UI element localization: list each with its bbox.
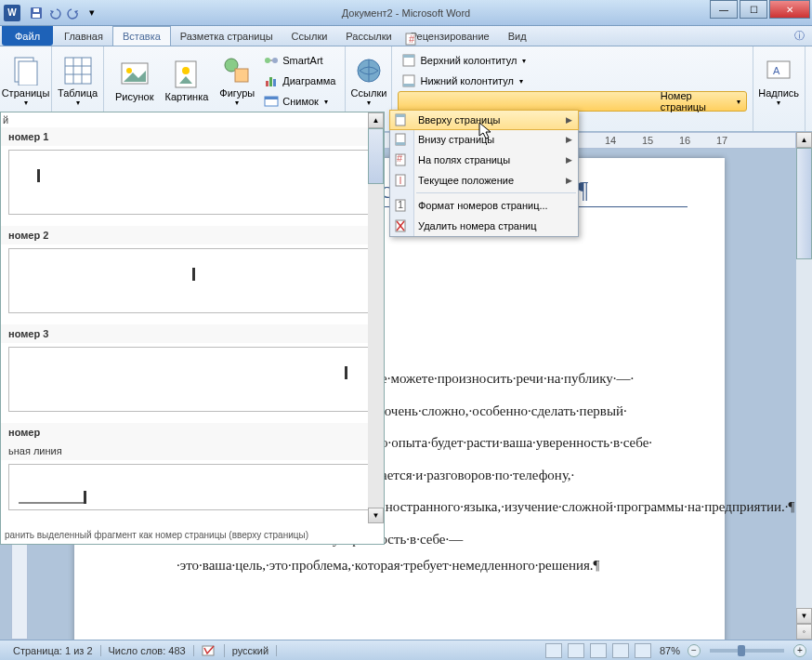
links-button[interactable]: Ссылки ▾: [351, 48, 386, 113]
clipart-label: Картинка: [165, 91, 209, 102]
gallery-category: номер 1: [1, 127, 384, 146]
qat-redo[interactable]: [65, 5, 82, 21]
picture-icon: [120, 59, 150, 89]
picture-button[interactable]: Рисунок: [110, 48, 160, 113]
tab-references[interactable]: Ссылки: [282, 26, 337, 46]
qat-undo[interactable]: [46, 5, 63, 21]
menu-bottom-of-page[interactable]: Внизу страницы▶: [390, 129, 578, 150]
svg-point-17: [272, 58, 278, 63]
text-group-label: Текст: [805, 120, 812, 130]
paragraph: е·можете·произносить·речи·на·публику·—·: [381, 365, 688, 392]
paragraph: ·очень·сложно,·особенно·сделать·первый·: [381, 398, 688, 425]
textbox-button[interactable]: A Надпись ▾: [759, 48, 799, 113]
browse-object-icon[interactable]: ◦: [796, 624, 812, 640]
svg-text:#: #: [397, 152, 403, 164]
pagenumber-menu: Вверху страницы▶ Внизу страницы▶ # На по…: [389, 110, 579, 237]
textbox-icon: A: [764, 56, 793, 86]
gallery-preset-1[interactable]: [8, 150, 376, 215]
gallery-save-selection[interactable]: ранить выделенный фрагмент как номер стр…: [5, 530, 308, 540]
menu-page-margins[interactable]: # На полях страницы▶: [390, 150, 578, 170]
gallery-subcat: ьная линия: [1, 442, 384, 460]
svg-rect-19: [266, 81, 268, 86]
svg-rect-47: [396, 114, 405, 117]
zoom-handle[interactable]: [738, 645, 745, 656]
scroll-up-icon[interactable]: ▲: [796, 132, 812, 148]
pagenumber-button[interactable]: #Номер страницы▾: [398, 91, 746, 112]
status-proofing[interactable]: [194, 644, 225, 657]
zoom-slider[interactable]: [710, 649, 784, 653]
close-button[interactable]: ✕: [769, 0, 810, 19]
tab-mailings[interactable]: Рассылки: [336, 26, 400, 46]
clipart-icon: [172, 59, 202, 89]
textbox-label: Надпись: [758, 87, 799, 99]
screenshot-button[interactable]: Снимок▾: [260, 91, 339, 112]
svg-rect-23: [265, 97, 278, 99]
format-icon: 1: [394, 198, 409, 213]
minimize-button[interactable]: —: [710, 0, 738, 19]
zoom-out-button[interactable]: −: [688, 644, 701, 657]
scroll-up-icon[interactable]: ▲: [368, 112, 384, 128]
scroll-down-icon[interactable]: ▼: [368, 508, 384, 523]
scroll-thumb[interactable]: [368, 128, 384, 184]
gallery-preset-2[interactable]: [8, 248, 376, 313]
scroll-thumb[interactable]: [796, 148, 812, 259]
menu-remove-pagenumbers[interactable]: Удалить номера страниц: [390, 216, 578, 236]
vertical-scrollbar[interactable]: ▲ ▼ ◦: [796, 132, 812, 640]
gallery-preset-4[interactable]: [8, 464, 376, 510]
svg-text:#: #: [409, 33, 415, 45]
current-position-icon: [394, 173, 409, 188]
svg-rect-49: [396, 142, 405, 145]
pages-button[interactable]: Страницы ▾: [6, 48, 46, 113]
tab-insert[interactable]: Вставка: [112, 26, 171, 46]
scroll-down-icon[interactable]: ▼: [796, 608, 812, 624]
shapes-button[interactable]: Фигуры ▾: [214, 48, 260, 113]
svg-rect-20: [269, 77, 272, 86]
paragraph: ается·и·разговоров·по·телефону,·: [381, 462, 688, 489]
maximize-button[interactable]: ☐: [740, 0, 767, 19]
window-title: Документ2 - Microsoft Word: [342, 7, 470, 19]
titlebar: W ▾ Документ2 - Microsoft Word — ☐ ✕: [0, 0, 812, 26]
tab-file[interactable]: Файл: [2, 26, 53, 46]
help-icon[interactable]: ⓘ: [794, 26, 805, 46]
qat-save[interactable]: [28, 5, 45, 21]
smartart-button[interactable]: SmartArt: [260, 50, 339, 71]
tab-home[interactable]: Главная: [55, 26, 112, 46]
tab-layout[interactable]: Разметка страницы: [171, 26, 282, 46]
view-print-layout[interactable]: [545, 643, 562, 658]
word-icon: W: [4, 5, 20, 21]
view-fullscreen[interactable]: [568, 643, 584, 658]
qat-customize[interactable]: ▾: [84, 5, 100, 21]
gallery-category: номер: [1, 423, 384, 442]
shapes-label: Фигуры: [219, 87, 255, 99]
view-draft[interactable]: [635, 643, 651, 658]
zoom-percent[interactable]: 87%: [660, 645, 680, 656]
table-icon: [63, 56, 93, 86]
chart-icon: [264, 73, 279, 88]
zoom-in-button[interactable]: +: [793, 644, 806, 657]
view-outline[interactable]: [612, 643, 629, 658]
menu-current-position[interactable]: Текущее положение▶: [390, 170, 578, 191]
gallery-scrollbar[interactable]: ▲ ▼: [368, 112, 384, 523]
proofing-icon: [202, 644, 216, 657]
chart-button[interactable]: Диаграмма: [260, 71, 339, 91]
table-button[interactable]: Таблица ▾: [58, 48, 98, 113]
gallery-preset-3[interactable]: [8, 347, 376, 412]
links-label: Ссылки: [351, 87, 387, 99]
svg-rect-1: [33, 14, 40, 18]
menu-top-of-page[interactable]: Вверху страницы▶: [389, 110, 579, 130]
shapes-icon: [222, 56, 252, 86]
status-page[interactable]: Страница: 1 из 2: [6, 645, 101, 656]
paragraph: о·опыта·будет·расти·ваша·уверенность·в·с…: [381, 429, 688, 456]
clipart-button[interactable]: Картинка: [160, 48, 215, 113]
view-web[interactable]: [590, 643, 607, 658]
page-bottom-icon: [394, 132, 409, 147]
svg-rect-5: [65, 58, 91, 84]
picture-label: Рисунок: [115, 91, 154, 102]
svg-rect-15: [235, 69, 248, 82]
pages-icon: [11, 56, 41, 86]
status-language[interactable]: русский: [225, 645, 277, 656]
smartart-icon: [264, 53, 279, 68]
status-wordcount[interactable]: Число слов: 483: [101, 645, 194, 656]
svg-text:A: A: [773, 65, 780, 76]
menu-format-pagenumbers[interactable]: 1 Формат номеров страниц...: [390, 195, 578, 216]
